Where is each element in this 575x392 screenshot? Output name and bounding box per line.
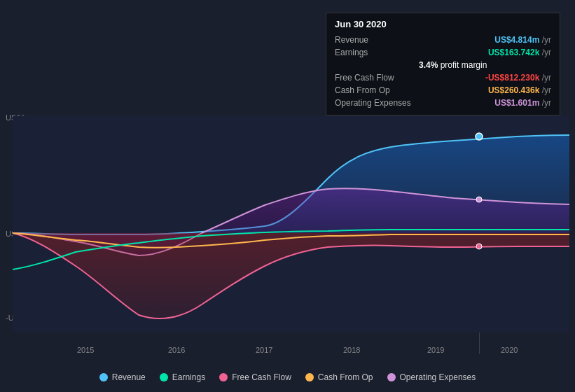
legend-dot-fcf — [219, 373, 228, 382]
legend-item-earnings[interactable]: Earnings — [160, 372, 205, 382]
tooltip-row-revenue: Revenue US$4.814m /yr — [335, 34, 551, 46]
legend-item-fcf[interactable]: Free Cash Flow — [219, 372, 291, 382]
chart-container: Jun 30 2020 Revenue US$4.814m /yr Earnin… — [0, 0, 575, 392]
x-label-2017: 2017 — [256, 346, 272, 354]
x-label-2018: 2018 — [343, 346, 360, 354]
chart-legend: Revenue Earnings Free Cash Flow Cash Fro… — [0, 372, 575, 382]
legend-dot-earnings — [160, 373, 168, 382]
tooltip-value-revenue: US$4.814m /yr — [494, 35, 551, 45]
legend-label-opex: Operating Expenses — [400, 372, 476, 382]
tooltip-row-fcf: Free Cash Flow -US$812.230k /yr — [335, 71, 551, 84]
x-label-2019: 2019 — [427, 346, 444, 354]
x-label-2020: 2020 — [501, 346, 518, 354]
legend-item-opex[interactable]: Operating Expenses — [387, 372, 476, 382]
chart-svg — [13, 115, 569, 332]
legend-dot-revenue — [99, 373, 108, 382]
tooltip-row-cashfromop: Cash From Op US$260.436k /yr — [335, 84, 551, 97]
x-label-2015: 2015 — [77, 346, 94, 354]
legend-dot-cashfromop — [305, 373, 314, 382]
svg-point-1 — [476, 133, 483, 140]
tooltip-row-opex: Operating Expenses US$1.601m /yr — [335, 97, 551, 109]
legend-label-cashfromop: Cash From Op — [318, 372, 373, 382]
legend-label-fcf: Free Cash Flow — [232, 372, 291, 382]
tooltip-label-opex: Operating Expenses — [335, 98, 419, 108]
tooltip-value-fcf: -US$812.230k /yr — [485, 73, 551, 83]
tooltip-value-opex: US$1.601m /yr — [494, 98, 551, 108]
tooltip-label-fcf: Free Cash Flow — [335, 73, 419, 83]
svg-point-3 — [476, 244, 482, 249]
tooltip-label-revenue: Revenue — [335, 35, 419, 45]
tooltip-box: Jun 30 2020 Revenue US$4.814m /yr Earnin… — [326, 13, 560, 115]
legend-dot-opex — [387, 373, 396, 382]
tooltip-date: Jun 30 2020 — [335, 19, 551, 29]
tooltip-value-cashfromop: US$260.436k /yr — [488, 85, 551, 95]
tooltip-label-earnings: Earnings — [335, 48, 419, 57]
legend-item-revenue[interactable]: Revenue — [99, 372, 146, 382]
legend-item-cashfromop[interactable]: Cash From Op — [305, 372, 373, 382]
legend-label-earnings: Earnings — [172, 372, 205, 382]
tooltip-row-earnings: Earnings US$163.742k /yr — [335, 46, 551, 59]
x-label-2016: 2016 — [168, 346, 185, 354]
svg-point-2 — [476, 197, 482, 202]
tooltip-value-earnings: US$163.742k /yr — [488, 48, 551, 57]
profit-margin: 3.4% profit margin — [335, 59, 551, 71]
legend-label-revenue: Revenue — [112, 372, 146, 382]
tooltip-label-cashfromop: Cash From Op — [335, 85, 419, 95]
